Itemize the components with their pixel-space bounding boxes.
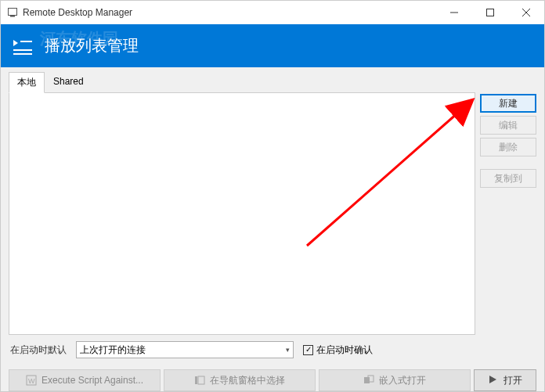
svg-rect-9 <box>13 53 32 55</box>
svg-rect-1 <box>10 16 15 17</box>
default-on-start-select[interactable]: 上次打开的连接 ▾ <box>76 341 294 358</box>
open-button[interactable]: 打开 <box>474 369 536 391</box>
maximize-button[interactable] <box>472 1 508 24</box>
confirm-on-start-label: 在启动时确认 <box>316 343 373 357</box>
playlist-icon <box>10 34 35 59</box>
execute-script-button[interactable]: W Execute Script Against... <box>9 369 161 391</box>
minimize-button[interactable] <box>436 1 472 24</box>
chevron-down-icon: ▾ <box>286 346 290 354</box>
select-in-nav-button[interactable]: 在导航窗格中选择 <box>164 369 316 391</box>
banner-title: 播放列表管理 <box>45 35 139 56</box>
close-button[interactable] <box>508 1 544 24</box>
window-title: Remote Desktop Manager <box>23 7 436 18</box>
edit-button[interactable]: 编辑 <box>480 116 536 135</box>
playlist-listbox[interactable] <box>9 92 475 335</box>
svg-rect-3 <box>487 9 494 16</box>
svg-marker-18 <box>489 376 496 383</box>
confirm-on-start-checkbox[interactable]: ✓ 在启动时确认 <box>303 343 373 357</box>
svg-rect-14 <box>195 376 197 384</box>
app-icon <box>7 7 18 18</box>
embed-open-button[interactable]: 嵌入式打开 <box>319 369 471 391</box>
nav-select-icon <box>194 375 205 386</box>
svg-rect-7 <box>20 41 32 42</box>
svg-line-11 <box>307 101 471 246</box>
svg-rect-15 <box>198 376 204 384</box>
tab-shared[interactable]: Shared <box>45 72 92 93</box>
new-button[interactable]: 新建 <box>480 94 536 113</box>
copyto-button[interactable]: 复制到 <box>480 169 536 188</box>
select-value: 上次打开的连接 <box>80 343 146 357</box>
svg-marker-6 <box>13 40 18 46</box>
svg-rect-8 <box>13 49 32 51</box>
annotation-arrow <box>283 89 487 261</box>
delete-button[interactable]: 删除 <box>480 138 536 156</box>
svg-rect-16 <box>364 377 370 383</box>
embed-icon <box>363 375 374 386</box>
default-on-start-label: 在启动时默认 <box>10 343 67 357</box>
script-icon: W <box>26 375 37 386</box>
svg-text:W: W <box>28 377 35 385</box>
tab-local[interactable]: 本地 <box>9 72 45 93</box>
svg-rect-0 <box>9 9 17 16</box>
play-icon <box>488 375 499 386</box>
checkbox-box: ✓ <box>303 345 313 355</box>
